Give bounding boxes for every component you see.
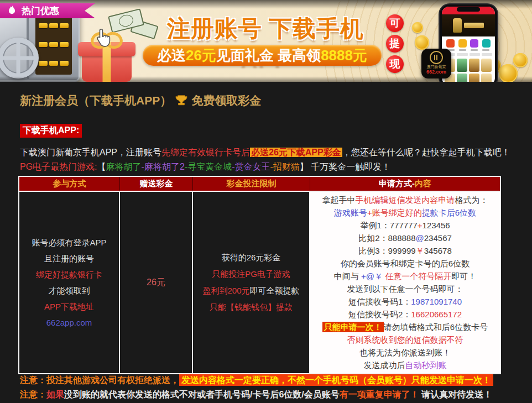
game-name: 麻将胡了 <box>106 162 142 171</box>
intro-red: 先绑定有效银行卡号后 <box>161 148 250 157</box>
participation-cell: 账号必须有登录APP 且注册的账号 绑定好提款银行卡 才能领取到 APP下载地址… <box>19 192 120 373</box>
note-label: 注意： <box>20 375 46 385</box>
gold-coin <box>513 53 528 67</box>
header-wager-limit: 彩金投注限制 <box>193 177 310 191</box>
participation-line: 且注册的账号 <box>44 254 94 264</box>
app-badge-emblem-icon <box>430 51 443 64</box>
promo-banner[interactable]: 热门优惠 注册账号 下载手机APP 必送26元见面礼金 最高领8888元 可 提… <box>0 0 532 82</box>
bracket: 】 <box>300 162 309 171</box>
flame-icon <box>8 6 17 16</box>
games-label: PG电子最热门游戏: <box>20 162 97 171</box>
apply-line: 也将无法为你派送到账！ <box>359 346 451 359</box>
header-bonus: 赠送彩金 <box>120 177 193 191</box>
wager-line: 只能【钱能钱包】提款 <box>210 302 293 313</box>
intro-highlight: 必送26元下载APP彩金 <box>250 148 342 157</box>
apply-line: 短信接收号码2：16620665172 <box>348 308 462 321</box>
apply-once-badge: 只能申请一次！ <box>322 322 384 332</box>
page-title-part2: 免费领取彩金 <box>191 93 261 108</box>
header-apply-method: 申请方式-内容 <box>310 177 500 191</box>
apply-line: 发送成功后自动秒到账 <box>364 359 447 371</box>
apply-line: 游戏账号+账号绑定好的提款卡后6位数 <box>334 206 476 219</box>
games-tail: 千万奖金一触即发！ <box>309 162 390 171</box>
wager-line: 只能投注PG电子游戏 <box>212 269 290 280</box>
app-badge: 澳門新葡京 662.com <box>421 49 451 78</box>
note-highlight: 发送内容格式一定要正确，不然一个手机号码（会员账号）只能发送申请一次！ <box>179 374 493 386</box>
promo-page: 热门优惠 注册账号 下载手机APP 必送26元见面礼金 最高领8888元 可 提… <box>0 0 532 403</box>
table-row: 账号必须有登录APP 且注册的账号 绑定好提款银行卡 才能领取到 APP下载地址… <box>19 192 500 373</box>
pill-max-amount: 8888元 <box>321 46 367 65</box>
bonus-cell: 26元 <box>120 192 193 373</box>
sms-number-2: 16620665172 <box>411 310 462 319</box>
games-line: PG电子最热门游戏:【麻将胡了-麻将胡了2-寻宝黄金城-赏金女王-招财猫】 千万… <box>20 161 390 173</box>
apply-line: 否则系统收到您的短信数据不符 <box>347 333 463 346</box>
pill-text: 必送 <box>157 46 186 65</box>
bonus-pill: 必送26元见面礼金 最高领8888元 <box>143 45 382 66</box>
gold-coin <box>499 64 518 82</box>
apply-line: 发送到以下任意一个号码即可： <box>347 282 463 295</box>
apply-line: 短信接收号码1：19871091740 <box>348 295 462 308</box>
pill-amount: 26元 <box>186 46 216 65</box>
participation-line: 账号必须有登录APP <box>32 238 106 248</box>
download-app-label: 下载手机APP: <box>20 124 82 138</box>
participation-line: 才能领取到 <box>49 286 90 296</box>
apply-line: 你的会员账号和绑定卡号的后6位数 <box>341 257 470 270</box>
note-1: 注意：投注其他游戏公司有权拒绝派送，发送内容格式一定要正确，不然一个手机号码（会… <box>20 375 493 386</box>
app-badge-domain: 662.com <box>426 69 446 75</box>
intro-text: 下载澳门新葡京手机APP，注册账号先绑定有效银行卡号后必送26元下载APP彩金，… <box>20 147 510 159</box>
apply-line: 中间与 +@￥ 任意一个符号隔开即可！ <box>334 270 476 282</box>
gold-bars-shelf <box>35 14 72 75</box>
game-name: 赏金女王 <box>234 162 270 171</box>
participation-line: 绑定好提款银行卡 <box>36 270 102 280</box>
withdraw-char: 现 <box>386 55 404 73</box>
page-title-part1: 新注册会员（下载手机APP） <box>20 93 171 108</box>
app-download-link[interactable]: 662app.com <box>46 318 92 327</box>
apply-cell: 拿起手中手机编辑短信发送内容申请格式为： 游戏账号+账号绑定好的提款卡后6位数 … <box>310 192 500 373</box>
hot-promo-ribbon: 热门优惠 <box>0 3 95 18</box>
withdraw-char: 可 <box>386 14 404 32</box>
apply-line: 比例3：999999￥345678 <box>358 244 451 257</box>
apply-line: 拿起手中手机编辑短信发送内容申请格式为： <box>322 193 488 206</box>
table-header-row: 参与方式 赠送彩金 彩金投注限制 申请方式-内容 <box>19 177 500 192</box>
game-name: 寻宝黄金城 <box>187 162 232 171</box>
intro-normal: ，您还在等什么呢？赶快拿起手机下载吧！ <box>342 148 510 157</box>
withdrawable-badge: 可 提 现 <box>386 14 404 73</box>
intro-normal: 下载澳门新葡京手机APP，注册账号 <box>20 148 161 157</box>
app-badge-name: 澳門新葡京 <box>427 64 446 69</box>
trophy-icon <box>175 95 187 107</box>
hand-cursor-icon <box>94 28 113 49</box>
game-name: 招财猫 <box>273 162 300 171</box>
gold-coin <box>412 22 423 33</box>
withdraw-char: 提 <box>386 35 404 53</box>
pill-text: 见面礼金 最高领 <box>216 46 321 65</box>
page-title: 新注册会员（下载手机APP）免费领取彩金 <box>20 93 261 108</box>
promo-table: 参与方式 赠送彩金 彩金投注限制 申请方式-内容 账号必须有登录APP 且注册的… <box>18 176 501 374</box>
bonus-amount: 26元 <box>147 277 165 289</box>
game-name: 麻将胡了2 <box>144 162 185 171</box>
participation-line: APP下载地址 <box>44 302 94 312</box>
wager-line: 盈利到200元即可全额提款 <box>202 286 299 296</box>
header-participation: 参与方式 <box>19 177 120 191</box>
apply-line: 比如2：888888@234567 <box>358 232 452 244</box>
note-label: 注意： <box>20 390 46 399</box>
bracket: 【 <box>97 162 106 171</box>
gold-coin <box>415 35 429 50</box>
wager-cell: 获得的26元彩金 只能投注PG电子游戏 盈利到200元即可全额提款 只能【钱能钱… <box>193 192 310 373</box>
sms-number-1: 19871091740 <box>411 297 462 306</box>
phone-notch <box>457 7 480 12</box>
apply-line: 举例1：777777+123456 <box>360 219 450 232</box>
ribbon-label: 热门优惠 <box>22 4 59 17</box>
apply-line: 只能申请一次！请勿填错格式和后6位数卡号 <box>322 321 488 333</box>
wager-line: 获得的26元彩金 <box>222 253 281 263</box>
note-2: 注意：如果没到账的就代表你发送的格式不对或者手机号码/卡号后6位数/会员账号有一… <box>20 389 492 401</box>
